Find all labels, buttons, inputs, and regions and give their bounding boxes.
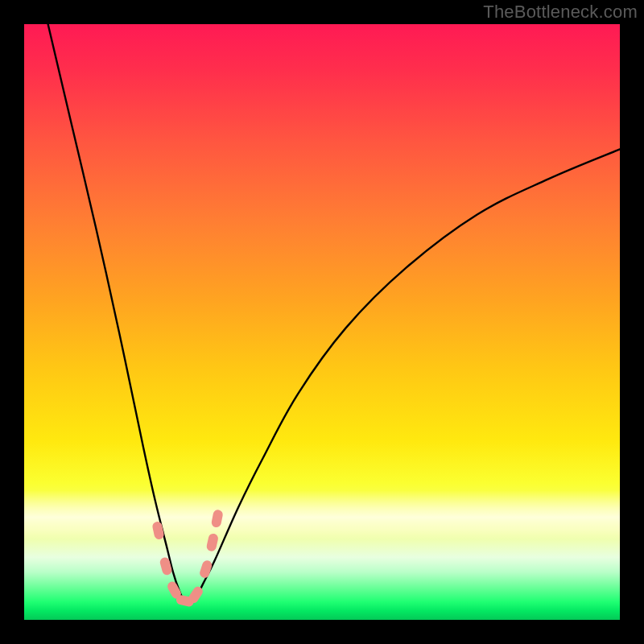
trough-marker <box>159 556 172 576</box>
chart-frame: TheBottleneck.com <box>0 0 644 644</box>
plot-area <box>24 24 620 620</box>
trough-marker <box>206 533 220 552</box>
trough-marker <box>211 509 224 528</box>
bottleneck-curve <box>48 24 620 603</box>
trough-marker <box>151 521 164 540</box>
trough-markers-group <box>151 509 223 607</box>
curve-svg <box>24 24 620 620</box>
watermark-text: TheBottleneck.com <box>483 2 638 23</box>
